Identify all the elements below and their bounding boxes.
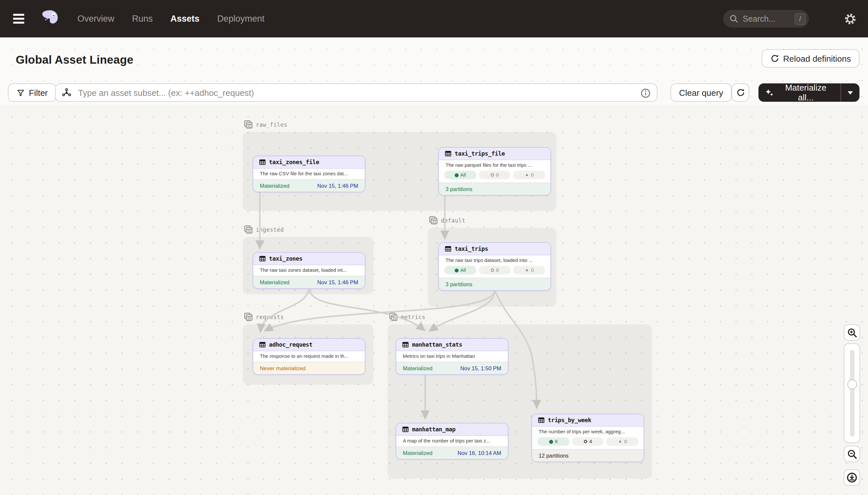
nav-link-assets[interactable]: Assets <box>171 14 200 24</box>
asset-node-adhoc_request[interactable]: adhoc_requestThe response to an request … <box>253 338 366 375</box>
asset-status-bar: 3 partitions <box>439 278 550 290</box>
asset-description: The raw taxi trips dataset, loaded into … <box>439 255 550 266</box>
group-label-raw_files: raw_files <box>244 120 287 129</box>
partition-pill: ▲0 <box>513 266 545 274</box>
gear-icon[interactable] <box>843 11 858 27</box>
asset-subset-input[interactable] <box>77 87 637 98</box>
asset-name: manhattan_map <box>412 426 456 433</box>
search-icon <box>730 14 738 23</box>
asset-status-bar: MaterializedNov 15, 1:46 PM <box>253 179 365 192</box>
partition-health-row: 84▲0 <box>532 437 644 449</box>
zoom-in-button[interactable] <box>844 324 860 341</box>
asset-name: taxi_trips_file <box>455 150 505 157</box>
asset-node-manhattan_map[interactable]: manhattan_mapA map of the number of trip… <box>396 423 509 460</box>
search-shortcut-badge: / <box>795 13 806 24</box>
refresh-icon <box>736 88 745 97</box>
group-label-ingested: ingested <box>244 225 284 234</box>
asset-description: A map of the number of trips per taxi z.… <box>396 436 508 446</box>
asset-group-icon <box>244 312 253 321</box>
partition-health-row: All0▲0 <box>439 266 550 278</box>
zoom-slider-track <box>850 350 854 437</box>
table-icon <box>259 341 266 348</box>
asset-node-header: manhattan_map <box>396 424 508 436</box>
filter-button[interactable]: Filter <box>8 83 56 102</box>
nav-links: OverviewRunsAssetsDeployment <box>77 14 264 24</box>
partition-pill: 0 <box>479 171 510 179</box>
partition-pill: ▲0 <box>606 437 638 446</box>
materialize-all-button[interactable]: Materialize all... <box>758 83 860 102</box>
zoom-slider[interactable] <box>844 343 860 443</box>
partition-pill: 8 <box>537 437 569 446</box>
ring-icon <box>491 269 494 272</box>
zoom-out-button[interactable] <box>844 446 860 462</box>
ring-icon <box>491 173 494 177</box>
asset-node-header: taxi_trips <box>439 243 550 255</box>
triangle-icon: ▲ <box>618 440 622 444</box>
nav-link-deployment[interactable]: Deployment <box>217 14 264 24</box>
nav-link-overview[interactable]: Overview <box>77 14 114 24</box>
asset-node-header: manhattan_stats <box>396 339 508 351</box>
table-icon <box>402 341 409 348</box>
asset-node-taxi_zones[interactable]: taxi_zonesThe raw taxi zones dataset, lo… <box>253 252 366 289</box>
asset-timestamp: Nov 15, 1:46 PM <box>317 279 358 286</box>
download-image-button[interactable] <box>844 470 860 486</box>
asset-description: The number of trips per week, aggreg... <box>532 427 644 437</box>
refresh-query-button[interactable] <box>731 83 749 102</box>
asset-node-trips_by_week[interactable]: trips_by_weekThe number of trips per wee… <box>531 414 644 462</box>
asset-description: The raw parquet files for the taxi trips… <box>439 160 550 171</box>
asset-timestamp: Nov 16, 10:14 AM <box>458 450 501 456</box>
asset-node-taxi_trips_file[interactable]: taxi_trips_fileThe raw parquet files for… <box>438 147 551 195</box>
asset-status: 12 partitions <box>539 452 568 459</box>
ring-icon <box>584 440 587 443</box>
menu-icon[interactable] <box>13 11 29 27</box>
filter-icon <box>16 88 25 97</box>
dot-icon <box>549 440 553 443</box>
table-icon <box>402 426 409 433</box>
asset-name: taxi_zones_file <box>269 159 319 166</box>
table-icon <box>445 150 451 157</box>
asset-status-bar: Never materialized <box>253 362 365 374</box>
search-input[interactable]: Search... / <box>723 10 809 28</box>
asset-status: Materialized <box>260 183 289 189</box>
reload-definitions-button[interactable]: Reload definitions <box>761 49 860 68</box>
asset-name: adhoc_request <box>269 341 313 348</box>
sparkle-icon <box>765 88 774 97</box>
asset-node-taxi_zones_file[interactable]: taxi_zones_fileThe raw CSV file for the … <box>253 156 366 192</box>
asset-group-icon <box>389 312 397 321</box>
materialize-dropdown-caret[interactable] <box>840 83 860 102</box>
asset-node-header: taxi_zones_file <box>253 156 365 169</box>
asset-node-header: taxi_zones <box>253 253 365 265</box>
asset-node-manhattan_stats[interactable]: manhattan_statsMetrics on taxi trips in … <box>396 338 509 375</box>
asset-node-header: adhoc_request <box>253 339 365 351</box>
asset-name: taxi_zones <box>269 255 302 262</box>
triangle-icon: ▲ <box>525 173 529 177</box>
partition-health-row: All0▲0 <box>439 171 550 183</box>
partition-pill: ▲0 <box>513 171 545 179</box>
asset-node-header: trips_by_week <box>532 414 644 427</box>
asset-node-taxi_trips[interactable]: taxi_tripsThe raw taxi trips dataset, lo… <box>438 242 551 291</box>
asset-description: The response to an request made in th... <box>253 351 365 362</box>
asset-status: 3 partitions <box>445 281 472 288</box>
table-icon <box>538 417 545 424</box>
clear-query-button[interactable]: Clear query <box>671 83 731 102</box>
info-icon[interactable] <box>640 88 651 98</box>
dagster-logo <box>39 8 60 29</box>
partition-pill: 4 <box>572 437 604 446</box>
asset-graph-icon <box>62 88 72 98</box>
asset-group-icon <box>244 120 253 129</box>
zoom-slider-handle[interactable] <box>847 379 857 389</box>
asset-node-header: taxi_trips_file <box>439 148 550 160</box>
dot-icon <box>454 173 458 177</box>
asset-description: The raw taxi zones dataset, loaded int..… <box>253 265 365 276</box>
asset-group-icon <box>429 216 438 224</box>
zoom-out-icon <box>847 449 857 459</box>
page-title: Global Asset Lineage <box>16 53 134 67</box>
partition-pill: All <box>444 266 476 274</box>
asset-status: Materialized <box>403 450 432 456</box>
app-window: OverviewRunsAssetsDeployment Search... /… <box>0 0 868 495</box>
asset-status: 3 partitions <box>445 186 472 192</box>
partition-pill: 0 <box>479 266 510 274</box>
nav-link-runs[interactable]: Runs <box>132 14 153 24</box>
search-placeholder: Search... <box>743 14 795 23</box>
asset-timestamp: Nov 15, 1:50 PM <box>460 365 501 372</box>
